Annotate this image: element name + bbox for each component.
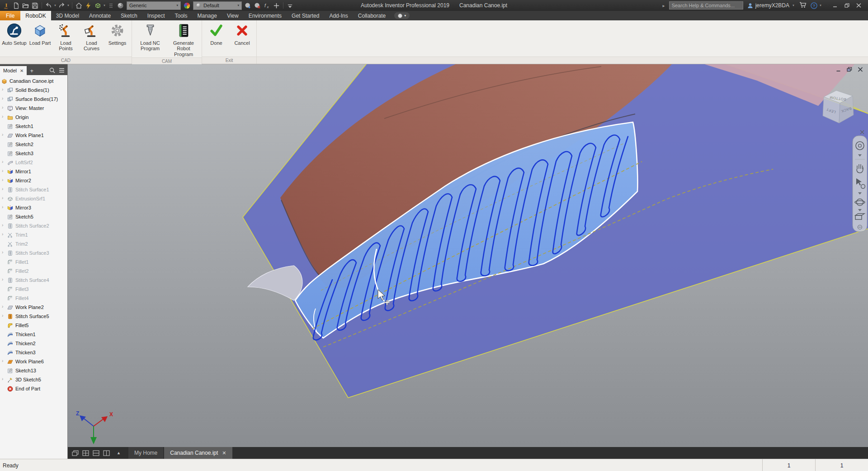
expand-arrow-icon[interactable]: › — [2, 87, 3, 92]
appearance-clear-icon[interactable] — [253, 1, 262, 10]
expand-arrow-icon[interactable]: › — [2, 169, 3, 173]
doc-restore-button[interactable] — [845, 66, 853, 73]
cloud-menu-icon[interactable]: ▾ — [394, 12, 410, 19]
auto-setup-button[interactable]: Auto Setup — [1, 21, 27, 46]
tree-item-sketch1[interactable]: Sketch1 — [0, 122, 67, 131]
doc-minimize-button[interactable] — [835, 66, 842, 73]
tree-item-solid-bodies-1[interactable]: ›Solid Bodies(1) — [0, 86, 67, 95]
tile-windows-icon[interactable] — [82, 450, 89, 456]
doc-close-button[interactable] — [856, 66, 864, 73]
tree-item-loftsrf2[interactable]: ›LoftSrf2 — [0, 158, 67, 167]
tree-item-mirror3[interactable]: ›Mirror3 — [0, 203, 67, 212]
tree-item-thicken3[interactable]: Thicken3 — [0, 348, 67, 357]
tree-item-origin[interactable]: ›Origin — [0, 113, 67, 122]
tree-item-surface-bodies-17[interactable]: ›Surface Bodies(17) — [0, 95, 67, 104]
tab-robodk[interactable]: RoboDK — [20, 11, 51, 20]
tree-item-thicken2[interactable]: Thicken2 — [0, 339, 67, 348]
tab-add-ins[interactable]: Add-Ins — [324, 11, 353, 20]
tab-get-started[interactable]: Get Started — [287, 11, 324, 20]
tree-item-3d-sketch5[interactable]: ›3D Sketch5 — [0, 375, 67, 384]
split-vertical-icon[interactable] — [103, 450, 110, 456]
doc-tab-close-icon[interactable]: ✕ — [222, 450, 226, 456]
cancel-button[interactable]: Cancel — [229, 21, 255, 46]
tree-item-trim2[interactable]: Trim2 — [0, 239, 67, 248]
tree-item-stitch-surface1[interactable]: ›Stitch Surface1 — [0, 185, 67, 194]
tree-item-view-master[interactable]: ›View: Master — [0, 104, 67, 113]
expand-arrow-icon[interactable]: › — [2, 114, 3, 119]
save-icon[interactable] — [30, 1, 40, 10]
open-file-icon[interactable] — [21, 1, 30, 10]
appearance-adjust-icon[interactable] — [243, 1, 253, 10]
tree-item-trim1[interactable]: ›Trim1 — [0, 230, 67, 239]
load-curves-button[interactable]: Load Curves — [79, 21, 104, 52]
tab-view[interactable]: View — [222, 11, 244, 20]
split-horizontal-icon[interactable] — [93, 450, 99, 456]
qat-caret-icon[interactable]: ▾ — [103, 4, 106, 7]
tab-3d-model[interactable]: 3D Model — [51, 11, 84, 20]
doc-tab-my-home[interactable]: My Home — [128, 447, 163, 459]
expand-arrow-icon[interactable]: › — [2, 178, 3, 182]
inventor-logo-icon[interactable]: IPRO — [2, 1, 11, 10]
tree-item-mirror2[interactable]: ›Mirror2 — [0, 176, 67, 185]
material-sphere-icon[interactable] — [116, 1, 125, 10]
tab-environments[interactable]: Environments — [244, 11, 287, 20]
tree-item-sketch13[interactable]: Sketch13 — [0, 366, 67, 375]
tree-item-mirror1[interactable]: ›Mirror1 — [0, 167, 67, 176]
doc-tab-canadian-canoe-ipt[interactable]: Canadian Canoe.ipt✕ — [164, 447, 232, 459]
collapse-tabs-icon[interactable]: ▲ — [117, 451, 121, 455]
load-nc-program-button[interactable]: Load NC Program — [133, 21, 167, 52]
load-part-button[interactable]: Load Part — [27, 21, 53, 46]
tree-item-stitch-surface5[interactable]: ›Stitch Surface5 — [0, 312, 67, 321]
browser-menu-icon[interactable] — [57, 66, 66, 74]
load-points-button[interactable]: Load Points — [53, 21, 79, 52]
tree-item-thicken1[interactable]: Thicken1 — [0, 330, 67, 339]
expand-arrow-icon[interactable]: › — [2, 250, 3, 255]
app-restore-button[interactable] — [841, 1, 853, 10]
done-button[interactable]: Done — [203, 21, 229, 46]
expand-arrow-icon[interactable]: › — [2, 187, 3, 191]
tree-item-sketch5[interactable]: Sketch5 — [0, 212, 67, 221]
expand-arrow-icon[interactable]: › — [2, 160, 3, 164]
qat-caret-icon[interactable] — [285, 1, 295, 10]
new-file-icon[interactable] — [11, 1, 21, 10]
tree-item-fillet4[interactable]: Fillet4 — [0, 294, 67, 303]
tree-item-work-plane2[interactable]: ›Work Plane2 — [0, 303, 67, 312]
home-icon[interactable] — [74, 1, 84, 10]
tree-item-end-of-part[interactable]: End of Part — [0, 384, 67, 393]
expand-arrow-icon[interactable]: › — [2, 205, 3, 209]
expand-arrow-icon[interactable]: › — [2, 96, 3, 101]
viewport-3d[interactable]: Z X Y BOTTOM LEFT BACK — [68, 64, 868, 447]
fx-icon[interactable]: fx — [262, 1, 272, 10]
redo-icon[interactable] — [57, 1, 66, 10]
expand-arrow-icon[interactable]: › — [2, 105, 3, 110]
app-minimize-button[interactable] — [829, 1, 841, 10]
color-wheel-icon[interactable] — [182, 1, 192, 10]
expand-arrow-icon[interactable]: › — [2, 196, 3, 200]
search-collapse-icon[interactable]: ▸ — [663, 3, 665, 8]
expand-arrow-icon[interactable]: › — [2, 314, 3, 318]
browser-tab-close-icon[interactable]: ✕ — [20, 68, 24, 73]
tree-item-work-plane1[interactable]: ›Work Plane1 — [0, 131, 67, 140]
tab-collaborate[interactable]: Collaborate — [353, 11, 391, 20]
expand-arrow-icon[interactable]: › — [2, 232, 3, 237]
expand-arrow-icon[interactable]: › — [2, 223, 3, 228]
browser-search-icon[interactable] — [48, 66, 56, 74]
tab-tools[interactable]: Tools — [170, 11, 193, 20]
cart-icon[interactable] — [799, 2, 807, 9]
expand-arrow-icon[interactable]: › — [2, 377, 3, 381]
qat-caret-icon[interactable]: ▾ — [66, 4, 70, 7]
tab-annotate[interactable]: Annotate — [84, 11, 116, 20]
tree-item-extrusionsrf1[interactable]: ›ExtrusionSrf1 — [0, 194, 67, 203]
appearance-combo[interactable]: Default▾ — [193, 1, 242, 10]
tree-item-fillet3[interactable]: Fillet3 — [0, 285, 67, 294]
expand-arrow-icon[interactable]: › — [2, 133, 3, 137]
settings-button[interactable]: Settings — [104, 21, 130, 46]
update-icon[interactable] — [93, 1, 103, 10]
user-menu[interactable]: jeremyX2BDA ▾ — [747, 2, 795, 9]
add-button-icon[interactable] — [272, 1, 281, 10]
tab-sketch[interactable]: Sketch — [116, 11, 142, 20]
expand-arrow-icon[interactable]: › — [2, 359, 3, 363]
tree-item-fillet5[interactable]: Fillet5 — [0, 321, 67, 330]
tree-item-stitch-surface4[interactable]: ›Stitch Surface4 — [0, 276, 67, 285]
tree-item-fillet1[interactable]: Fillet1 — [0, 257, 67, 266]
